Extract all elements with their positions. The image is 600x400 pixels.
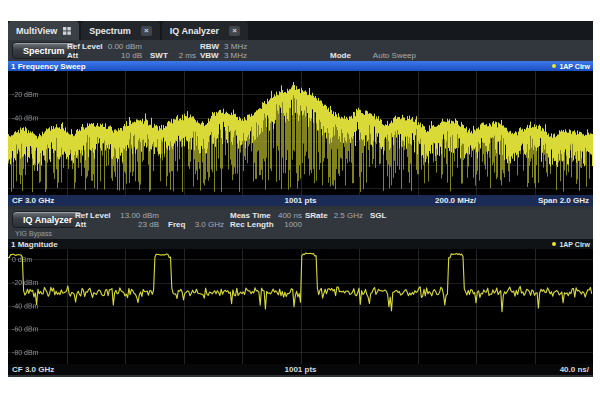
frequency-sweep-title: 1 Frequency Sweep: [11, 62, 86, 71]
close-icon[interactable]: ×: [229, 26, 240, 36]
mode-field[interactable]: Mode Auto Sweep: [330, 51, 416, 60]
tab-iq-analyzer[interactable]: IQ Analyzer ×: [162, 21, 248, 40]
signal-analyzer-window: MultiView Spectrum × IQ Analyzer × Spect…: [8, 21, 593, 377]
swt-field[interactable]: SWT 2 ms: [150, 51, 196, 60]
ref-level-value: 0.00 dBm: [108, 42, 142, 51]
vbw-label: VBW: [200, 51, 219, 60]
scale-per-division-readout: 200.0 MHz/: [435, 196, 476, 205]
rec-length-value: 1000: [284, 220, 302, 229]
spectrum-channel-header: Spectrum Ref Level 0.00 dBm Att 10 dB SW…: [8, 40, 593, 61]
grid-icon: [63, 27, 71, 35]
tab-multiview-label: MultiView: [16, 26, 57, 36]
trace-color-dot-icon: [552, 64, 556, 68]
srate-label: SRate: [305, 211, 328, 220]
trace-legend-label: 1AP Clrw: [559, 241, 590, 248]
swt-value: 2 ms: [179, 51, 196, 60]
close-icon[interactable]: ×: [141, 26, 152, 36]
trace-color-dot-icon: [552, 242, 556, 246]
rec-length-field[interactable]: Rec Length 1000: [230, 220, 302, 229]
sgl-label: SGL: [370, 211, 386, 220]
iq-analyzer-channel-button[interactable]: IQ Analyzer: [12, 211, 83, 228]
swt-label: SWT: [150, 51, 168, 60]
ref-level-field[interactable]: Ref Level 0.00 dBm: [67, 42, 142, 51]
iq-analyzer-channel-header: IQ Analyzer YIG Bypass Ref Level 13.00 d…: [8, 209, 593, 239]
sweep-points-readout: 1001 pts: [284, 196, 316, 205]
rbw-label: RBW: [200, 42, 219, 51]
time-per-division-readout: 40.0 ns/: [560, 365, 589, 374]
att-label: Att: [75, 220, 86, 229]
att-label: Att: [67, 51, 78, 60]
center-frequency-readout: CF 3.0 GHz: [12, 196, 54, 205]
yig-bypass-indicator: YIG Bypass: [15, 230, 52, 237]
trace-legend-label: 1AP Clrw: [559, 63, 590, 70]
meas-time-label: Meas Time: [230, 211, 271, 220]
span-readout: Span 2.0 GHz: [538, 196, 589, 205]
tab-bar: MultiView Spectrum × IQ Analyzer ×: [8, 21, 593, 40]
freq-label: Freq: [168, 220, 185, 229]
att-value: 10 dB: [121, 51, 142, 60]
att-field[interactable]: Att 23 dB: [75, 220, 159, 229]
tab-bar-empty-space: [250, 21, 593, 40]
rbw-value: 3 MHz: [224, 42, 247, 51]
meas-time-value: 400 ns: [278, 211, 302, 220]
trace-legend: 1AP Clrw: [552, 63, 590, 70]
magnitude-footer: CF 3.0 GHz 1001 pts 40.0 ns/: [8, 364, 593, 375]
magnitude-title: 1 Magnitude: [11, 240, 58, 249]
center-frequency-readout: CF 3.0 GHz: [12, 365, 54, 374]
freq-value: 3.0 GHz: [195, 220, 224, 229]
ref-level-label: Ref Level: [75, 211, 111, 220]
att-value: 23 dB: [138, 220, 159, 229]
tab-spectrum[interactable]: Spectrum ×: [81, 21, 160, 40]
tab-iq-analyzer-label: IQ Analyzer: [170, 26, 219, 36]
vbw-field[interactable]: VBW 3 MHz: [200, 51, 247, 60]
screenshot-page: MultiView Spectrum × IQ Analyzer × Spect…: [0, 0, 600, 400]
single-sweep-indicator: SGL: [370, 211, 391, 220]
mode-label: Mode: [330, 51, 351, 60]
rbw-field[interactable]: RBW 3 MHz: [200, 42, 247, 51]
magnitude-titlebar[interactable]: 1 Magnitude 1AP Clrw: [8, 239, 593, 249]
frequency-sweep-titlebar[interactable]: 1 Frequency Sweep 1AP Clrw: [8, 61, 593, 71]
mode-value: Auto Sweep: [373, 51, 416, 60]
frequency-sweep-plot[interactable]: [8, 71, 593, 195]
tab-spectrum-label: Spectrum: [89, 26, 131, 36]
magnitude-plot[interactable]: [8, 249, 593, 364]
sweep-points-readout: 1001 pts: [284, 365, 316, 374]
srate-value: 2.5 GHz: [334, 211, 363, 220]
tab-multiview[interactable]: MultiView: [8, 21, 79, 40]
vbw-value: 3 MHz: [224, 51, 247, 60]
ref-level-label: Ref Level: [67, 42, 103, 51]
meas-time-field[interactable]: Meas Time 400 ns: [230, 211, 302, 220]
srate-field[interactable]: SRate 2.5 GHz: [305, 211, 363, 220]
att-field[interactable]: Att 10 dB: [67, 51, 142, 60]
frequency-sweep-footer: CF 3.0 GHz 1001 pts 200.0 MHz/ Span 2.0 …: [8, 195, 593, 206]
ref-level-field[interactable]: Ref Level 13.00 dBm: [75, 211, 159, 220]
rec-length-label: Rec Length: [230, 220, 274, 229]
ref-level-value: 13.00 dBm: [120, 211, 159, 220]
freq-field[interactable]: Freq 3.0 GHz: [168, 220, 224, 229]
trace-legend: 1AP Clrw: [552, 241, 590, 248]
spectrum-channel-button[interactable]: Spectrum: [12, 42, 76, 59]
